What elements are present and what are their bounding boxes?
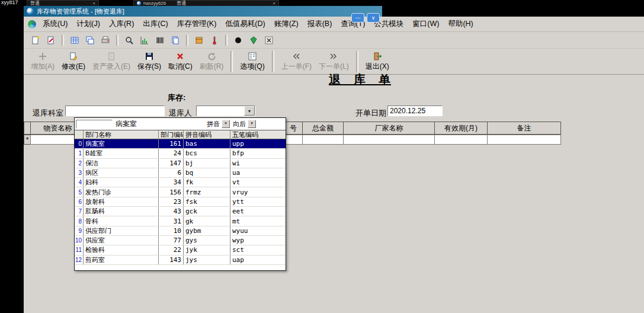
menu-item-reports[interactable]: 报表(B) <box>303 18 337 30</box>
dept-cell-code: 143 <box>159 255 184 264</box>
edit-doc-icon[interactable] <box>44 33 58 47</box>
cell-remarks[interactable] <box>487 135 561 145</box>
exit-icon <box>373 51 382 61</box>
dept-cell-py: gck <box>184 207 230 216</box>
package-icon[interactable] <box>192 33 206 47</box>
prev-order-button[interactable]: 上一单(F) <box>278 50 315 74</box>
col-number: 号 <box>284 122 303 135</box>
direction-dropdown-icon[interactable]: ▼ <box>248 120 256 128</box>
browser-tab[interactable]: 普通 × <box>27 0 99 6</box>
menu-item-outbound[interactable]: 出库(C) <box>139 18 172 30</box>
restore-button[interactable]: ∨ <box>367 13 380 23</box>
dept-cell-code: 147 <box>159 159 184 168</box>
toolbar-separator <box>356 51 358 72</box>
menu-item-plan[interactable]: 计划(J) <box>72 18 104 30</box>
dept-row[interactable]: 8骨科31gkmt <box>75 216 286 226</box>
dept-row[interactable]: 11检验科22jyksct <box>75 245 286 255</box>
dept-row[interactable]: 6放射科23fskytt <box>75 197 286 207</box>
dept-input[interactable] <box>65 106 165 116</box>
print-icon[interactable] <box>98 33 113 47</box>
browser-tab[interactable]: haxzyy626 普通 × <box>133 0 279 6</box>
dept-search-input[interactable] <box>76 120 113 129</box>
dept-row[interactable]: 7肛肠科43gckeet <box>75 207 286 216</box>
dept-cell-wb: vt <box>230 178 286 187</box>
tab-close-icon[interactable]: × <box>92 1 95 7</box>
dept-row[interactable]: 10供应室77gyswyp <box>75 236 286 245</box>
next-order-button[interactable]: 下一单(L) <box>315 50 353 74</box>
dept-cell-name: 放射科 <box>84 197 159 206</box>
menu-item-window[interactable]: 窗口(W) <box>408 18 443 30</box>
pinyin-mode-combo[interactable]: 拼音 ▼ <box>207 120 230 129</box>
asset-entry-button[interactable]: 资产录入(E) <box>89 50 134 74</box>
refresh-button[interactable]: 刷新(R) <box>196 50 228 74</box>
dept-match-label: 病案室 <box>116 119 137 129</box>
menu-item-help[interactable]: 帮助(H) <box>444 18 477 30</box>
new-doc-icon[interactable] <box>28 33 43 47</box>
person-combo-value <box>197 106 244 116</box>
menu-item-inbound[interactable]: 入库(R) <box>105 18 138 30</box>
menu-item-system[interactable]: 系统(U) <box>39 18 72 30</box>
copy-table-icon[interactable] <box>83 33 97 47</box>
cell-number[interactable] <box>284 135 303 145</box>
date-label: 开单日期 <box>355 108 386 119</box>
dept-row[interactable]: 5发热门诊156frmzvruy <box>75 187 286 197</box>
dept-row[interactable]: 4妇科34fkvt <box>75 178 286 187</box>
pinyin-dropdown-icon[interactable]: ▼ <box>222 120 230 128</box>
person-combo[interactable]: ▼ <box>196 106 255 116</box>
dept-cell-wb: mt <box>230 216 286 225</box>
menu-item-inventory[interactable]: 库存管理(K) <box>173 18 221 30</box>
col-total-amount: 总金额 <box>302 122 344 135</box>
dept-grid-corner <box>75 130 84 139</box>
barcode-icon[interactable] <box>153 33 167 47</box>
dept-cell-num: 0 <box>75 139 84 148</box>
col-manufacturer: 厂家名称 <box>343 122 435 135</box>
dept-cell-name: B超室 <box>84 149 159 158</box>
chart-edit-icon[interactable] <box>137 33 152 47</box>
window-titlebar[interactable]: 库存物资管理系统 - [物资退库] <box>24 6 382 17</box>
cell-total-amount[interactable] <box>302 135 344 145</box>
dept-row[interactable]: 0病案室161basupp <box>75 139 286 149</box>
direction-mode-combo[interactable]: 向后 ▼ <box>233 120 256 129</box>
next-order-icon <box>329 51 338 61</box>
options-button[interactable]: 选项(Q) <box>236 50 268 74</box>
minimize-button[interactable]: — <box>351 13 364 23</box>
dept-row[interactable]: 2保洁147bjwi <box>75 159 286 168</box>
dept-row[interactable]: 9供应部门10gybmwyuu <box>75 226 286 236</box>
dept-cell-name: 发热门诊 <box>84 187 159 196</box>
add-button[interactable]: 增加(A) <box>27 50 58 74</box>
exit-button[interactable]: 退出(X) <box>362 50 393 74</box>
modify-button[interactable]: 修改(E) <box>58 50 89 74</box>
save-button[interactable]: 保存(S) <box>134 50 165 74</box>
date-input[interactable] <box>387 106 443 116</box>
thermometer-icon[interactable] <box>207 33 222 47</box>
dept-cell-code: 156 <box>159 187 184 196</box>
window-controls: — ∨ <box>351 13 380 23</box>
tab-close-icon[interactable]: × <box>273 1 275 7</box>
copy-icon[interactable] <box>168 33 182 47</box>
dept-cell-name: 病案室 <box>84 139 159 148</box>
dept-cell-py: gybm <box>184 226 230 235</box>
close-box-icon[interactable] <box>262 33 276 47</box>
cell-validity[interactable] <box>434 135 488 145</box>
dept-cell-num: 1 <box>75 149 84 158</box>
cancel-button[interactable]: 取消(C) <box>165 50 196 74</box>
toolbar-standard <box>24 32 644 49</box>
dept-row[interactable]: 1B超室24bcsbfp <box>75 149 286 158</box>
search-icon[interactable] <box>122 33 136 47</box>
menu-item-ledger[interactable]: 账簿(Z) <box>270 18 303 30</box>
stop-icon[interactable] <box>231 33 245 47</box>
cell-manufacturer[interactable] <box>343 135 435 145</box>
toolbar-separator <box>116 35 118 46</box>
menu-app-icon <box>28 20 36 28</box>
gem-icon[interactable] <box>246 33 261 47</box>
dept-cell-name: 妇科 <box>84 178 159 187</box>
dept-cell-name: 供应室 <box>84 236 159 245</box>
dept-row[interactable]: 3病区6bqua <box>75 168 286 178</box>
dept-row[interactable]: 12煎药室143jysuap <box>75 255 286 265</box>
asset-entry-icon <box>107 51 116 61</box>
dept-cell-wb: wyp <box>230 236 286 245</box>
menu-item-consumables[interactable]: 低值易耗(D) <box>221 18 269 30</box>
browser-tab-bar: xyy817 普通 × haxzyy626 普通 × <box>0 0 644 6</box>
table-icon[interactable] <box>68 33 82 47</box>
combo-dropdown-icon[interactable]: ▼ <box>244 106 255 116</box>
